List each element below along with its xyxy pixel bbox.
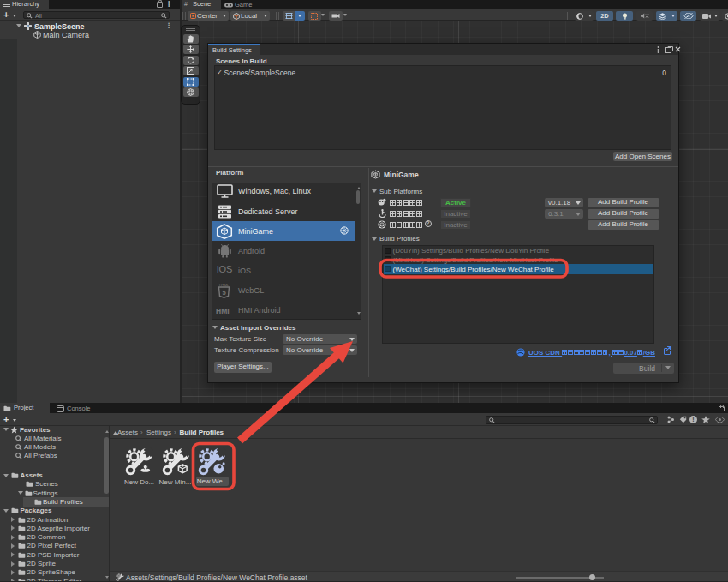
svg-text:5: 5 (222, 288, 225, 296)
svg-text:HTML: HTML (219, 283, 230, 287)
